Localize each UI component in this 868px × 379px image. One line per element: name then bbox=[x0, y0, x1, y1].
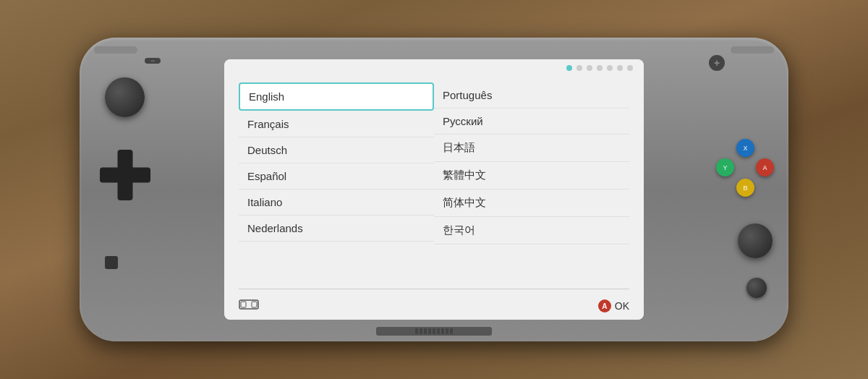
left-controller bbox=[80, 38, 224, 341]
language-columns: English Français Deutsch Español Italian… bbox=[239, 82, 629, 280]
language-italiano[interactable]: Italiano bbox=[239, 190, 434, 216]
left-joystick[interactable] bbox=[105, 77, 145, 117]
dot-1 bbox=[566, 65, 572, 71]
screen-divider bbox=[239, 289, 629, 289]
language-traditional-chinese[interactable]: 繁體中文 bbox=[434, 162, 629, 190]
language-english[interactable]: English bbox=[239, 82, 434, 111]
progress-dots bbox=[566, 65, 633, 71]
language-column-right: Português Русский 日本語 繁體中文 简体中文 한국어 bbox=[434, 82, 629, 280]
a-button-icon: A bbox=[598, 299, 611, 312]
language-portugues[interactable]: Português bbox=[434, 82, 629, 108]
home-button[interactable] bbox=[746, 278, 767, 298]
dot-3 bbox=[587, 65, 592, 71]
a-button[interactable]: A bbox=[756, 158, 774, 176]
dot-5 bbox=[607, 65, 613, 71]
language-japanese[interactable]: 日本語 bbox=[434, 135, 629, 162]
screen: English Français Deutsch Español Italian… bbox=[224, 59, 644, 320]
dot-6 bbox=[617, 65, 623, 71]
x-button[interactable]: X bbox=[736, 139, 754, 157]
dot-4 bbox=[597, 65, 603, 71]
language-column-left: English Français Deutsch Español Italian… bbox=[239, 82, 434, 280]
right-joystick[interactable] bbox=[738, 223, 773, 258]
svg-rect-2 bbox=[252, 302, 257, 307]
ok-button[interactable]: A OK bbox=[598, 299, 629, 312]
language-francais[interactable]: Français bbox=[239, 111, 434, 137]
dot-2 bbox=[576, 65, 582, 71]
screen-top-bar bbox=[224, 59, 644, 77]
cartridge-slot bbox=[376, 327, 492, 336]
nintendo-switch-lite: − + bbox=[80, 38, 788, 341]
svg-rect-1 bbox=[241, 302, 246, 307]
language-nederlands[interactable]: Nederlands bbox=[239, 216, 434, 242]
b-button[interactable]: B bbox=[736, 179, 754, 197]
language-russian[interactable]: Русский bbox=[434, 108, 629, 135]
dot-7 bbox=[627, 65, 633, 71]
dpad[interactable] bbox=[100, 150, 150, 200]
console-icon bbox=[239, 298, 259, 314]
right-controller: A B X Y bbox=[644, 38, 788, 341]
language-espanol[interactable]: Español bbox=[239, 163, 434, 190]
capture-button[interactable] bbox=[105, 256, 118, 269]
y-button[interactable]: Y bbox=[716, 158, 734, 176]
language-simplified-chinese[interactable]: 简体中文 bbox=[434, 190, 629, 217]
language-deutsch[interactable]: Deutsch bbox=[239, 137, 434, 163]
language-content: English Français Deutsch Español Italian… bbox=[224, 77, 644, 286]
dpad-vertical bbox=[118, 150, 133, 200]
language-korean[interactable]: 한국어 bbox=[434, 217, 629, 244]
abxy-buttons: A B X Y bbox=[716, 139, 774, 197]
screen-container: English Français Deutsch Español Italian… bbox=[224, 59, 644, 320]
screen-bottom-bar: A OK bbox=[224, 292, 644, 320]
